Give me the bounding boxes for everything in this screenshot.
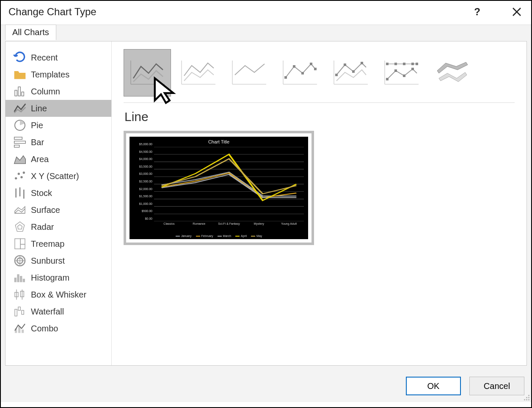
svg-rect-4 xyxy=(22,92,24,96)
histogram-chart-icon xyxy=(13,271,27,284)
area-chart-icon xyxy=(13,152,27,166)
chart-plot-area xyxy=(154,147,304,221)
svg-rect-67 xyxy=(394,69,397,72)
sidebar-item-column[interactable]: Column xyxy=(6,83,111,100)
subtype-line-markers[interactable] xyxy=(276,49,323,96)
svg-rect-54 xyxy=(335,74,338,76)
surface-chart-icon xyxy=(13,203,27,217)
pie-chart-icon xyxy=(13,119,27,132)
subtype-100-stacked-line[interactable] xyxy=(225,49,273,96)
scatter-chart-icon xyxy=(13,169,27,183)
sidebar-item-waterfall[interactable]: Waterfall xyxy=(6,303,111,320)
y-tick-label: $3,000.00 xyxy=(139,172,152,175)
legend-label: March xyxy=(223,234,231,237)
sidebar-item-templates[interactable]: Templates xyxy=(6,66,111,83)
svg-rect-56 xyxy=(352,70,355,73)
sidebar-item-label: Treemap xyxy=(31,239,64,249)
svg-rect-27 xyxy=(20,276,22,282)
sidebar-item-bar[interactable]: Bar xyxy=(6,134,111,151)
svg-rect-3 xyxy=(18,87,20,96)
legend-swatch xyxy=(176,236,180,237)
waterfall-chart-icon xyxy=(13,305,27,318)
sidebar-item-pie[interactable]: Pie xyxy=(6,117,111,134)
svg-point-10 xyxy=(18,173,20,175)
tab-panel: Recent Templates Column Line xyxy=(5,41,527,366)
y-tick-label: $2,000.00 xyxy=(139,187,152,190)
titlebar: Change Chart Type ? xyxy=(1,1,531,25)
sidebar-item-combo[interactable]: Combo xyxy=(6,320,111,337)
tab-all-charts[interactable]: All Charts xyxy=(5,25,56,40)
legend-swatch xyxy=(218,236,222,237)
svg-rect-49 xyxy=(301,72,304,74)
bar-chart-icon xyxy=(13,135,27,149)
y-tick-label: $1,000.00 xyxy=(139,202,152,205)
y-tick-label: $3,500.00 xyxy=(139,165,152,168)
y-tick-label: $2,500.00 xyxy=(139,180,152,183)
legend-item: March xyxy=(218,234,231,237)
cancel-button[interactable]: Cancel xyxy=(469,377,524,395)
sidebar-item-label: Sunburst xyxy=(31,256,65,266)
sidebar-item-histogram[interactable]: Histogram xyxy=(6,269,111,286)
line-chart-icon xyxy=(13,102,27,115)
sidebar-item-label: Templates xyxy=(31,70,69,80)
legend-swatch xyxy=(235,236,240,237)
sidebar-item-label: Box & Whisker xyxy=(31,290,86,300)
chart-subtype-row xyxy=(124,49,515,103)
x-tick-label: Mystery xyxy=(244,222,274,227)
recent-icon xyxy=(13,51,27,64)
sidebar-item-area[interactable]: Area xyxy=(6,151,111,168)
ok-button[interactable]: OK xyxy=(406,377,461,395)
svg-rect-6 xyxy=(14,137,22,139)
close-button[interactable] xyxy=(510,5,524,19)
legend-label: April xyxy=(241,234,247,237)
subtype-3d-line[interactable] xyxy=(428,49,476,96)
sidebar-item-box-whisker[interactable]: Box & Whisker xyxy=(6,286,111,303)
folder-icon xyxy=(13,68,27,81)
y-tick-label: $1,500.00 xyxy=(139,195,152,198)
chart-preview-title: Chart Title xyxy=(130,139,308,144)
svg-rect-55 xyxy=(344,63,346,66)
sidebar-item-label: Line xyxy=(31,104,47,113)
sidebar-item-line[interactable]: Line xyxy=(6,100,111,117)
sidebar-item-label: Combo xyxy=(31,324,58,334)
legend-swatch xyxy=(251,236,255,237)
sidebar-item-recent[interactable]: Recent xyxy=(6,49,111,66)
svg-rect-51 xyxy=(314,68,317,70)
x-tick-label: Classics xyxy=(154,222,184,227)
y-tick-label: $4,500.00 xyxy=(139,150,152,153)
help-button[interactable]: ? xyxy=(474,6,480,18)
svg-rect-18 xyxy=(15,239,20,249)
sunburst-chart-icon xyxy=(13,254,27,267)
sidebar-item-label: Waterfall xyxy=(31,307,64,317)
svg-rect-57 xyxy=(361,62,363,64)
chart-category-sidebar: Recent Templates Column Line xyxy=(6,41,111,365)
subtype-stacked-line-markers[interactable] xyxy=(327,49,374,96)
treemap-chart-icon xyxy=(13,237,27,251)
sidebar-item-scatter[interactable]: X Y (Scatter) xyxy=(6,168,111,185)
sidebar-item-radar[interactable]: Radar xyxy=(6,218,111,235)
resize-grip[interactable] xyxy=(523,394,529,400)
svg-rect-63 xyxy=(403,63,405,65)
svg-rect-65 xyxy=(416,63,418,65)
box-whisker-chart-icon xyxy=(13,288,27,301)
sidebar-item-treemap[interactable]: Treemap xyxy=(6,235,111,252)
dialog-body: All Charts Recent Templates Column xyxy=(1,25,531,402)
legend-label: May xyxy=(256,234,262,237)
subtype-100-stacked-line-markers[interactable] xyxy=(378,49,425,96)
svg-rect-48 xyxy=(293,65,295,68)
sidebar-item-stock[interactable]: Stock xyxy=(6,185,111,201)
main-panel: Line Chart Title $0.00$500.00$1,000.00$1… xyxy=(111,41,526,365)
sidebar-item-sunburst[interactable]: Sunburst xyxy=(6,252,111,269)
chart-preview[interactable]: Chart Title $0.00$500.00$1,000.00$1,500.… xyxy=(124,131,314,245)
legend-item: February xyxy=(196,234,213,237)
subtype-stacked-line[interactable] xyxy=(174,49,222,96)
svg-rect-38 xyxy=(22,330,24,333)
x-tick-label: Romance xyxy=(184,222,214,227)
sidebar-item-surface[interactable]: Surface xyxy=(6,201,111,218)
svg-rect-8 xyxy=(14,145,19,147)
svg-rect-34 xyxy=(18,307,20,310)
subtype-line[interactable] xyxy=(124,49,171,96)
chart-y-ticks: $0.00$500.00$1,000.00$1,500.00$2,000.00$… xyxy=(131,147,153,221)
column-chart-icon xyxy=(13,85,27,98)
sidebar-item-label: Column xyxy=(31,87,60,96)
